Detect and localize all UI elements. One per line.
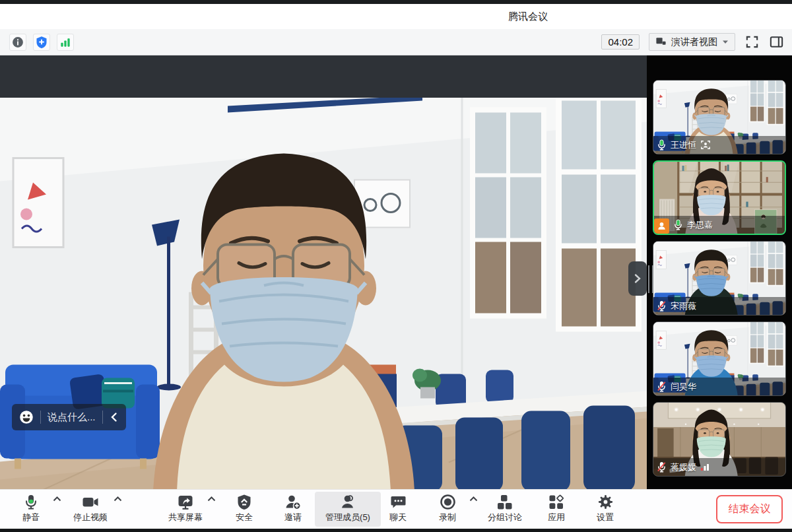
- share-options-caret[interactable]: [207, 496, 216, 502]
- mic-muted-icon: [657, 461, 667, 473]
- record-label: 录制: [439, 512, 456, 523]
- participant-name: 宋雨薇: [671, 300, 696, 312]
- security-label: 安全: [236, 512, 253, 523]
- participant-name: 蒋媛媛: [671, 461, 696, 473]
- breakout-blocks-icon: [497, 493, 513, 511]
- apps-grid-icon: [548, 493, 564, 511]
- host-badge-icon: [654, 218, 669, 234]
- participants-sidebar: 王进恒 李思嘉: [647, 55, 792, 489]
- breakout-rooms-label: 分组讨论: [488, 512, 522, 523]
- participant-strip: 王进恒: [653, 136, 785, 154]
- participant-name: 李思嘉: [687, 219, 713, 231]
- participant-tile-songyuwei[interactable]: 宋雨薇: [653, 241, 786, 316]
- shield-plus-icon[interactable]: [33, 34, 50, 51]
- mic-options-caret[interactable]: [53, 496, 61, 502]
- smiley-icon[interactable]: [19, 410, 34, 424]
- participant-strip: 李思嘉: [654, 216, 785, 234]
- focus-view-icon: [700, 140, 711, 150]
- fullscreen-icon[interactable]: [744, 34, 760, 50]
- view-mode-button[interactable]: 演讲者视图: [649, 33, 735, 51]
- record-icon: [440, 493, 456, 511]
- mute-label: 静音: [22, 512, 40, 523]
- chat-quick-bar: 说点什么...: [12, 404, 126, 430]
- share-screen-label: 共享屏幕: [168, 512, 203, 523]
- main-video-area: 说点什么...: [0, 55, 647, 489]
- participant-strip: 闫昊华: [653, 378, 785, 395]
- poor-network-icon: [700, 463, 710, 471]
- camera-icon: [82, 493, 99, 511]
- chevron-right-icon: [634, 273, 642, 284]
- participant-strip: 蒋媛媛: [653, 458, 785, 476]
- apps-label: 应用: [548, 512, 565, 523]
- side-panel-icon[interactable]: [769, 34, 784, 50]
- participant-name: 王进恒: [671, 139, 696, 151]
- manage-members-button[interactable]: 管理成员(5): [315, 492, 381, 527]
- end-meeting-button[interactable]: 结束会议: [716, 495, 783, 523]
- bottom-toolbar: 静音 停止视频 共享屏幕 安全 邀请: [0, 489, 792, 529]
- sidebar-collapse-handle[interactable]: [628, 261, 647, 296]
- settings-button[interactable]: 设置: [582, 490, 628, 523]
- mic-muted-icon: [657, 381, 667, 392]
- members-icon: [339, 493, 356, 511]
- app-title: 腾讯会议: [508, 11, 548, 23]
- record-button[interactable]: 录制: [424, 490, 471, 523]
- participant-name: 闫昊华: [671, 381, 696, 393]
- video-options-caret[interactable]: [114, 496, 122, 502]
- chat-bubble-icon: [390, 493, 407, 511]
- chevron-left-icon[interactable]: [110, 412, 119, 422]
- chat-button[interactable]: 聊天: [375, 490, 421, 523]
- divider: [40, 411, 41, 424]
- meeting-timer: 04:02: [601, 34, 640, 50]
- participant-tile-yanhaohua[interactable]: 闫昊华: [653, 321, 786, 396]
- share-screen-button[interactable]: 共享屏幕: [159, 490, 212, 523]
- signal-bars-icon[interactable]: [57, 34, 74, 51]
- invite-button[interactable]: 邀请: [270, 490, 316, 523]
- title-bar: 腾讯会议: [0, 4, 792, 29]
- share-screen-icon: [177, 493, 194, 511]
- stop-video-button[interactable]: 停止视频: [64, 490, 117, 523]
- divider: [102, 411, 103, 424]
- main-video-feed: 说点什么...: [0, 98, 647, 489]
- apps-button[interactable]: 应用: [533, 490, 579, 523]
- mic-on-icon: [673, 219, 683, 230]
- chat-input-placeholder[interactable]: 说点什么...: [48, 411, 96, 424]
- chat-label: 聊天: [389, 512, 407, 523]
- stop-video-label: 停止视频: [73, 512, 108, 523]
- participant-tile-wangjinheng[interactable]: 王进恒: [653, 80, 786, 154]
- shield-icon: [236, 493, 252, 511]
- meeting-window: 腾讯会议 04:02 演讲者视图: [0, 0, 792, 532]
- top-toolbar: 04:02 演讲者视图: [0, 29, 792, 55]
- participant-tile-jiangyuanyuan[interactable]: 蒋媛媛: [653, 402, 786, 477]
- panel-resize-grip[interactable]: [648, 265, 653, 293]
- mic-muted-icon: [657, 300, 667, 312]
- caret-down-icon: [722, 40, 729, 44]
- mute-button[interactable]: 静音: [8, 490, 54, 523]
- meeting-status-icons: [9, 34, 74, 51]
- gear-icon: [597, 493, 614, 511]
- layout-icon: [655, 36, 667, 48]
- invite-label: 邀请: [284, 512, 302, 523]
- view-controls: 04:02 演讲者视图: [601, 33, 784, 51]
- desktop-edge: [0, 529, 792, 532]
- info-icon[interactable]: [9, 34, 26, 51]
- invite-person-icon: [284, 493, 302, 511]
- settings-label: 设置: [597, 512, 614, 523]
- microphone-icon: [22, 493, 40, 511]
- meeting-stage: 说点什么... 王进恒: [0, 55, 792, 489]
- mic-on-icon: [657, 139, 667, 150]
- manage-members-label: 管理成员(5): [325, 512, 370, 523]
- participant-strip: 宋雨薇: [653, 297, 785, 315]
- view-mode-label: 演讲者视图: [671, 36, 717, 48]
- security-button[interactable]: 安全: [221, 490, 267, 523]
- breakout-rooms-button[interactable]: 分组讨论: [477, 490, 533, 523]
- participant-tile-lisijia[interactable]: 李思嘉: [653, 160, 786, 235]
